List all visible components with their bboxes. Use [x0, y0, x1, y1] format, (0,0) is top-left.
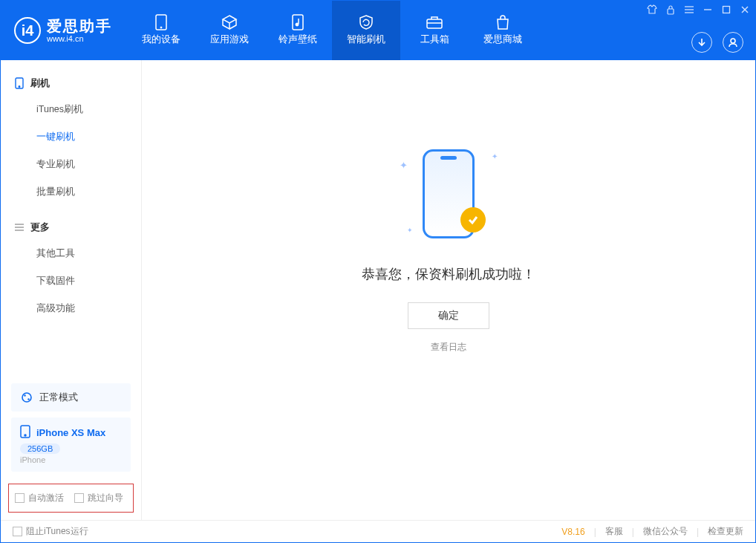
- nav-label: 我的设备: [142, 33, 180, 46]
- close-button[interactable]: [739, 4, 751, 16]
- device-phone-icon: [20, 425, 30, 440]
- lock-icon[interactable]: [665, 4, 677, 16]
- checkbox-label: 阻止iTunes运行: [26, 525, 88, 538]
- sidebar-group-flash[interactable]: 刷机: [1, 71, 141, 96]
- svg-point-1: [160, 27, 162, 28]
- svg-point-3: [296, 23, 299, 26]
- nav-flash[interactable]: 智能刷机: [332, 1, 400, 60]
- sidebar-group-more[interactable]: 更多: [1, 215, 141, 240]
- maximize-button[interactable]: [720, 4, 732, 16]
- svg-point-20: [22, 393, 31, 402]
- download-icon[interactable]: [691, 32, 712, 53]
- window-controls: [646, 4, 751, 16]
- device-type: iPhone: [20, 455, 122, 464]
- separator: |: [594, 527, 596, 537]
- main-content: ✦ ✦ ✦ 恭喜您，保资料刷机成功啦！ 确定 查看日志: [142, 60, 755, 520]
- top-nav: 我的设备 应用游戏 铃声壁纸 智能刷机 工具箱 爱思商城: [127, 1, 537, 60]
- nav-label: 应用游戏: [210, 33, 249, 46]
- group-label: 更多: [30, 221, 50, 234]
- group-label: 刷机: [30, 77, 50, 90]
- skip-guide-checkbox[interactable]: 跳过向导: [74, 492, 123, 504]
- sidebar-scroll: 刷机 iTunes刷机 一键刷机 专业刷机 批量刷机 更多 其他工具 下载固件 …: [1, 60, 141, 377]
- cube-icon: [220, 15, 239, 30]
- device-icon: [14, 78, 25, 88]
- sidebar-bottom-options: 自动激活 跳过向导: [8, 484, 134, 513]
- sidebar-item-firmware[interactable]: 下载固件: [1, 267, 141, 295]
- svg-point-24: [25, 435, 26, 436]
- svg-point-14: [731, 39, 735, 43]
- ok-button[interactable]: 确定: [408, 302, 489, 329]
- checkbox-icon: [13, 527, 22, 536]
- success-message: 恭喜您，保资料刷机成功啦！: [362, 265, 535, 283]
- phone-icon: [151, 15, 171, 30]
- footer-right: V8.16 | 客服 | 微信公众号 | 检查更新: [561, 525, 743, 538]
- footer: 阻止iTunes运行 V8.16 | 客服 | 微信公众号 | 检查更新: [1, 520, 755, 542]
- user-icon[interactable]: [723, 32, 743, 53]
- device-box[interactable]: iPhone XS Max 256GB iPhone: [11, 417, 131, 472]
- toolbox-icon: [425, 15, 444, 30]
- device-capacity: 256GB: [20, 443, 60, 454]
- separator: |: [697, 527, 699, 537]
- status-icon: [20, 391, 33, 404]
- svg-point-16: [19, 86, 20, 88]
- svg-rect-4: [427, 19, 442, 28]
- shirt-icon[interactable]: [646, 4, 658, 16]
- sidebar-item-pro[interactable]: 专业刷机: [1, 151, 141, 178]
- update-link[interactable]: 检查更新: [708, 525, 743, 538]
- sparkle-icon: ✦: [400, 160, 408, 171]
- sparkle-icon: ✦: [492, 152, 498, 160]
- wechat-link[interactable]: 微信公众号: [643, 525, 688, 538]
- sidebar-item-oneclick[interactable]: 一键刷机: [1, 123, 141, 151]
- separator: |: [632, 527, 634, 537]
- view-log-link[interactable]: 查看日志: [431, 341, 466, 354]
- device-name: iPhone XS Max: [36, 427, 105, 438]
- checkbox-icon: [74, 493, 84, 503]
- svg-rect-11: [723, 7, 730, 13]
- bag-icon: [493, 15, 512, 30]
- nav-label: 智能刷机: [347, 33, 385, 46]
- music-file-icon: [288, 15, 307, 30]
- support-link[interactable]: 客服: [605, 525, 623, 538]
- sidebar-item-other[interactable]: 其他工具: [1, 240, 141, 267]
- sidebar-item-itunes[interactable]: iTunes刷机: [1, 96, 141, 123]
- checkbox-label: 跳过向导: [88, 492, 123, 504]
- menu-lines-icon[interactable]: [683, 4, 695, 16]
- app-subtitle: www.i4.cn: [47, 34, 112, 43]
- logo[interactable]: i4 爱思助手 www.i4.cn: [1, 1, 123, 60]
- sidebar-item-batch[interactable]: 批量刷机: [1, 178, 141, 206]
- sidebar-item-advanced[interactable]: 高级功能: [1, 295, 141, 322]
- nav-device[interactable]: 我的设备: [127, 1, 195, 60]
- svg-point-21: [24, 394, 25, 396]
- nav-label: 铃声壁纸: [278, 33, 317, 46]
- svg-rect-2: [293, 15, 303, 30]
- sidebar: 刷机 iTunes刷机 一键刷机 专业刷机 批量刷机 更多 其他工具 下载固件 …: [1, 60, 142, 520]
- nav-store[interactable]: 爱思商城: [469, 1, 537, 60]
- minimize-button[interactable]: [702, 4, 714, 16]
- checkbox-label: 自动激活: [28, 492, 64, 504]
- header-right: [691, 32, 743, 53]
- version-label: V8.16: [561, 527, 584, 537]
- header: i4 爱思助手 www.i4.cn 我的设备 应用游戏 铃声壁纸 智能刷机 工具…: [1, 1, 755, 60]
- svg-point-22: [27, 398, 29, 400]
- footer-left: 阻止iTunes运行: [13, 525, 88, 538]
- nav-apps[interactable]: 应用游戏: [195, 1, 264, 60]
- app-title: 爱思助手: [47, 18, 112, 34]
- mode-box[interactable]: 正常模式: [11, 383, 131, 412]
- checkbox-icon: [15, 493, 25, 503]
- sparkle-icon: ✦: [407, 227, 413, 234]
- nav-label: 工具箱: [420, 33, 449, 46]
- logo-text: 爱思助手 www.i4.cn: [47, 18, 112, 43]
- block-itunes-checkbox[interactable]: 阻止iTunes运行: [13, 525, 88, 538]
- nav-ringtones[interactable]: 铃声壁纸: [264, 1, 332, 60]
- refresh-shield-icon: [356, 15, 376, 30]
- auto-activate-checkbox[interactable]: 自动激活: [15, 492, 64, 504]
- success-illustration: ✦ ✦ ✦: [382, 142, 515, 246]
- mode-label: 正常模式: [39, 391, 78, 404]
- nav-toolbox[interactable]: 工具箱: [400, 1, 469, 60]
- svg-rect-6: [668, 9, 674, 14]
- menu-icon: [14, 222, 25, 233]
- body: 刷机 iTunes刷机 一键刷机 专业刷机 批量刷机 更多 其他工具 下载固件 …: [1, 60, 755, 520]
- logo-icon: i4: [14, 17, 41, 44]
- nav-label: 爱思商城: [483, 33, 522, 46]
- check-badge-icon: [460, 207, 486, 233]
